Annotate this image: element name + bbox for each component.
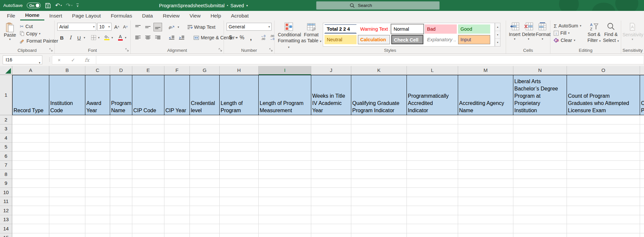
cell-I8[interactable] <box>259 170 311 179</box>
cell-H3[interactable] <box>220 124 259 134</box>
cell-I3[interactable] <box>259 124 311 134</box>
cell-A6[interactable] <box>12 152 49 161</box>
row-header-13[interactable]: 13 <box>0 215 12 224</box>
cell-F7[interactable] <box>164 161 190 170</box>
style-chip-bad[interactable]: Bad <box>425 24 457 34</box>
cell-O5[interactable] <box>567 143 640 152</box>
cell-M15[interactable] <box>458 233 513 237</box>
cell-P1[interactable]: C P <box>640 75 644 115</box>
cell-N11[interactable] <box>513 197 567 206</box>
cell-K4[interactable] <box>351 133 407 143</box>
cell-L7[interactable] <box>407 161 458 170</box>
cell-L6[interactable] <box>407 152 458 161</box>
cell-J11[interactable] <box>311 197 351 206</box>
row-header-14[interactable]: 14 <box>0 224 12 233</box>
cell-G7[interactable] <box>190 161 220 170</box>
grow-font-button[interactable]: A˄ <box>113 23 121 31</box>
cell-O3[interactable] <box>567 124 640 134</box>
column-header-M[interactable]: M <box>458 66 513 75</box>
cell-C9[interactable] <box>85 179 110 188</box>
chevron-down-icon[interactable]: ▾ <box>236 36 237 39</box>
chevron-down-icon[interactable]: ▾ <box>246 4 248 7</box>
cell-A14[interactable] <box>12 224 49 233</box>
dialog-launcher-icon[interactable] <box>125 48 129 52</box>
font-color-button[interactable]: A <box>116 34 124 42</box>
cell-A3[interactable] <box>12 124 49 134</box>
cell-I9[interactable] <box>259 179 311 188</box>
cell-N1[interactable]: Liberal Arts Bachelor’s Degree Program a… <box>513 75 567 115</box>
cell-G15[interactable] <box>190 233 220 237</box>
number-format-select[interactable]: General ▾ <box>227 23 272 31</box>
cell-K13[interactable] <box>351 215 407 224</box>
dialog-launcher-icon[interactable] <box>49 48 53 52</box>
cell-L15[interactable] <box>407 233 458 237</box>
cell-A1[interactable]: Record Type <box>12 75 49 115</box>
cell-D10[interactable] <box>110 188 132 197</box>
cell-J12[interactable] <box>311 206 351 215</box>
cell-E1[interactable]: CIP Code <box>132 75 164 115</box>
cell-P3[interactable] <box>640 124 644 134</box>
row-header-6[interactable]: 6 <box>0 152 12 161</box>
cell-N15[interactable] <box>513 233 567 237</box>
cell-A13[interactable] <box>12 215 49 224</box>
cell-K6[interactable] <box>351 152 407 161</box>
cell-P9[interactable] <box>640 179 644 188</box>
cell-F5[interactable] <box>164 143 190 152</box>
cell-E9[interactable] <box>132 179 164 188</box>
cell-M13[interactable] <box>458 215 513 224</box>
tab-home[interactable]: Home <box>20 11 44 20</box>
format-painter-button[interactable]: Format Painter <box>19 37 60 45</box>
comma-style-button[interactable]: , <box>247 34 255 42</box>
cell-G1[interactable]: Credential level <box>190 75 220 115</box>
cell-C10[interactable] <box>85 188 110 197</box>
column-header-C[interactable]: C <box>85 66 110 75</box>
cell-F8[interactable] <box>164 170 190 179</box>
cell-M2[interactable] <box>458 115 513 124</box>
cell-P14[interactable] <box>640 224 644 233</box>
cell-J4[interactable] <box>311 133 351 143</box>
cell-D1[interactable]: Program Name <box>110 75 132 115</box>
cell-D9[interactable] <box>110 179 132 188</box>
cell-O15[interactable] <box>567 233 640 237</box>
tab-formulas[interactable]: Formulas <box>106 11 137 20</box>
cell-J1[interactable]: Weeks in Title IV Academic Year <box>311 75 351 115</box>
cell-K10[interactable] <box>351 188 407 197</box>
cell-B12[interactable] <box>49 206 85 215</box>
enter-check-icon[interactable]: ✓ <box>66 57 80 63</box>
font-size-select[interactable]: 10 ▾ <box>97 23 111 31</box>
cell-K1[interactable]: Qualifying Graduate Program Indicator <box>351 75 407 115</box>
cell-E11[interactable] <box>132 197 164 206</box>
cell-H14[interactable] <box>220 224 259 233</box>
cell-I7[interactable] <box>259 161 311 170</box>
row-header-1[interactable]: 1 <box>0 75 12 115</box>
cell-F13[interactable] <box>164 215 190 224</box>
cell-N7[interactable] <box>513 161 567 170</box>
cell-B5[interactable] <box>49 143 85 152</box>
column-header-E[interactable]: E <box>132 66 164 75</box>
cell-I13[interactable] <box>259 215 311 224</box>
increase-decimal-button[interactable]: ←0.00 <box>259 34 267 42</box>
tab-page-layout[interactable]: Page Layout <box>67 11 106 20</box>
cell-J7[interactable] <box>311 161 351 170</box>
cell-C15[interactable] <box>85 233 110 237</box>
cell-G12[interactable] <box>190 206 220 215</box>
cell-I6[interactable] <box>259 152 311 161</box>
autosum-button[interactable]: Σ AutoSum ▾ <box>552 22 582 29</box>
cell-J14[interactable] <box>311 224 351 233</box>
column-header-H[interactable]: H <box>220 66 259 75</box>
chevron-down-icon[interactable]: ▾ <box>125 36 127 39</box>
cell-G10[interactable] <box>190 188 220 197</box>
cell-D2[interactable] <box>110 115 132 124</box>
style-chip-good[interactable]: Good <box>458 24 490 34</box>
cell-E12[interactable] <box>132 206 164 215</box>
cell-F12[interactable] <box>164 206 190 215</box>
cell-O4[interactable] <box>567 133 640 143</box>
cell-E2[interactable] <box>132 115 164 124</box>
cell-E13[interactable] <box>132 215 164 224</box>
cell-B14[interactable] <box>49 224 85 233</box>
cell-P12[interactable] <box>640 206 644 215</box>
row-header-15[interactable]: 15 <box>0 233 12 237</box>
cell-C11[interactable] <box>85 197 110 206</box>
cell-E7[interactable] <box>132 161 164 170</box>
cell-M1[interactable]: Accrediting Agency Name <box>458 75 513 115</box>
